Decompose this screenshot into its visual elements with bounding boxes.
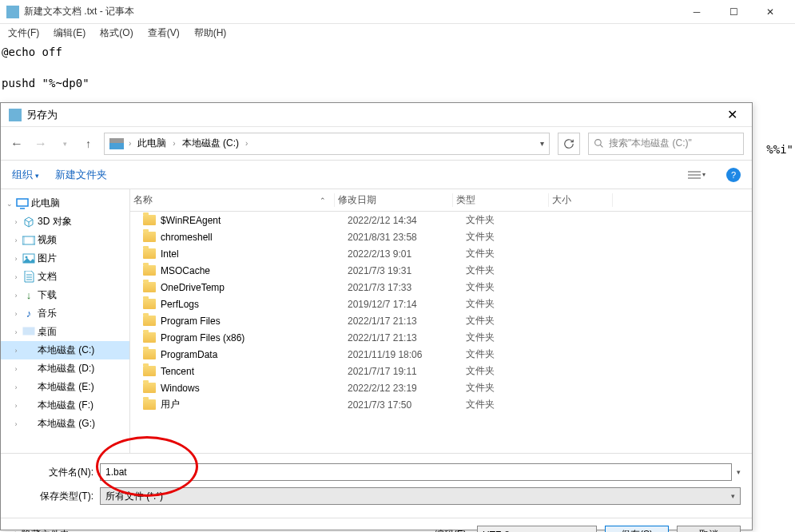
filename-label: 文件名(N):	[12, 466, 100, 479]
sidebar-item[interactable]: ›图片	[1, 249, 129, 268]
chevron-down-icon: ▾	[731, 492, 735, 500]
refresh-button[interactable]	[558, 133, 580, 155]
dialog-close-icon[interactable]: ✕	[720, 107, 744, 122]
sidebar-item-label: 3D 对象	[38, 215, 72, 228]
sidebar-item[interactable]: ›视频	[1, 231, 129, 249]
music-icon: ♪	[22, 308, 35, 320]
expand-icon[interactable]: ›	[12, 236, 20, 244]
chevron-right-icon[interactable]: ›	[245, 139, 248, 148]
svg-rect-15	[23, 328, 34, 335]
folder-icon	[143, 399, 156, 410]
table-row[interactable]: PerfLogs2019/12/7 17:14文件夹	[130, 296, 752, 312]
minimize-button[interactable]: ─	[678, 1, 715, 23]
up-button[interactable]: ↑	[81, 137, 96, 150]
sidebar: ⌄此电脑›3D 对象›视频›图片›文档›↓下载›♪音乐›桌面›本地磁盘 (C:)…	[1, 189, 130, 453]
filename-input[interactable]	[100, 463, 732, 481]
sidebar-item[interactable]: ›本地磁盘 (E:)	[1, 378, 129, 396]
svg-line-1	[600, 145, 602, 147]
table-row[interactable]: Tencent2021/7/17 19:11文件夹	[130, 363, 752, 379]
menu-view[interactable]: 查看(V)	[148, 26, 180, 40]
folder-icon	[143, 383, 156, 393]
table-row[interactable]: $WinREAgent2022/2/12 14:34文件夹	[130, 212, 752, 228]
file-name: Intel	[161, 248, 348, 260]
new-folder-button[interactable]: 新建文件夹	[55, 168, 107, 182]
svg-rect-9	[33, 236, 35, 244]
save-button[interactable]: 保存(S)	[605, 526, 669, 533]
filename-dropdown-icon[interactable]: ▾	[737, 468, 741, 476]
search-icon	[594, 138, 604, 149]
notepad-title: 新建文本文档 .txt - 记事本	[24, 5, 678, 18]
menu-edit[interactable]: 编辑(E)	[54, 26, 85, 40]
expand-icon[interactable]: ›	[12, 365, 20, 373]
search-placeholder: 搜索"本地磁盘 (C:)"	[609, 137, 692, 150]
expand-icon[interactable]: ›	[12, 328, 20, 336]
expand-icon[interactable]: ›	[12, 420, 20, 428]
sidebar-item[interactable]: ›↓下载	[1, 286, 129, 304]
organize-button[interactable]: 组织	[12, 168, 39, 182]
expand-icon[interactable]: ›	[12, 255, 20, 263]
address-dropdown-icon[interactable]: ▾	[540, 139, 544, 148]
address-bar[interactable]: › 此电脑 › 本地磁盘 (C:) › ▾	[104, 133, 550, 155]
expand-icon[interactable]: ›	[12, 347, 20, 355]
expand-icon[interactable]: ⌄	[6, 200, 14, 208]
cancel-button[interactable]: 取消	[677, 526, 741, 533]
folder-icon	[143, 232, 156, 242]
close-button[interactable]: ✕	[752, 1, 789, 23]
expand-icon[interactable]: ›	[12, 310, 20, 318]
sidebar-item[interactable]: ›本地磁盘 (G:)	[1, 415, 129, 433]
svg-rect-5	[17, 199, 28, 206]
recent-dropdown[interactable]: ▾	[57, 140, 73, 148]
view-options-button[interactable]: ▾	[683, 170, 710, 180]
sidebar-item-label: 本地磁盘 (C:)	[38, 343, 94, 357]
menu-format[interactable]: 格式(O)	[100, 26, 133, 40]
chevron-right-icon[interactable]: ›	[173, 139, 175, 148]
sidebar-item[interactable]: ›♪音乐	[1, 304, 129, 323]
table-row[interactable]: ProgramData2021/11/19 18:06文件夹	[130, 346, 752, 363]
expand-icon[interactable]: ›	[12, 402, 20, 410]
search-input[interactable]: 搜索"本地磁盘 (C:)"	[588, 133, 744, 155]
drive-icon	[22, 344, 35, 357]
table-row[interactable]: chromeshell2021/8/31 23:58文件夹	[130, 228, 752, 245]
column-date[interactable]: 修改日期	[335, 193, 453, 207]
table-row[interactable]: Program Files (x86)2022/1/17 21:13文件夹	[130, 329, 752, 346]
column-size[interactable]: 大小	[549, 193, 613, 207]
hide-folders-toggle[interactable]: ⌃ 隐藏文件夹	[12, 528, 70, 532]
file-date: 2021/7/3 17:50	[348, 399, 466, 411]
table-row[interactable]: OneDriveTemp2021/7/3 17:33文件夹	[130, 279, 752, 296]
sidebar-item[interactable]: ›文档	[1, 268, 129, 286]
sidebar-item[interactable]: ›3D 对象	[1, 212, 129, 231]
back-button[interactable]: ←	[9, 137, 25, 151]
sidebar-item[interactable]: ›本地磁盘 (D:)	[1, 359, 129, 378]
file-name: Program Files (x86)	[161, 332, 348, 343]
menu-file[interactable]: 文件(F)	[8, 26, 39, 40]
table-row[interactable]: Windows2022/2/12 23:19文件夹	[130, 379, 752, 396]
expand-icon[interactable]: ›	[12, 218, 20, 226]
svg-point-0	[595, 140, 602, 146]
sidebar-item[interactable]: ›桌面	[1, 323, 129, 341]
column-type[interactable]: 类型	[453, 193, 549, 207]
expand-icon[interactable]: ›	[12, 273, 20, 281]
file-name: MSOCache	[161, 265, 348, 276]
breadcrumb-root[interactable]: 此电脑	[136, 137, 168, 150]
sort-asc-icon: ⌃	[320, 197, 326, 204]
breadcrumb-segment[interactable]: 本地磁盘 (C:)	[181, 137, 240, 150]
column-name[interactable]: 名称⌃	[130, 193, 335, 207]
help-icon[interactable]: ?	[726, 168, 741, 182]
expand-icon[interactable]: ›	[12, 292, 20, 300]
sidebar-item[interactable]: ›本地磁盘 (C:)	[1, 341, 129, 359]
filetype-select[interactable]: 所有文件 (*.*) ▾	[100, 487, 741, 505]
expand-icon[interactable]: ›	[12, 383, 20, 391]
encoding-label: 编码(E):	[435, 528, 469, 532]
chevron-right-icon[interactable]: ›	[129, 139, 131, 148]
forward-button[interactable]: →	[33, 137, 49, 151]
sidebar-item[interactable]: ⌄此电脑	[1, 194, 129, 212]
table-row[interactable]: Intel2022/2/13 9:01文件夹	[130, 245, 752, 262]
folder-icon	[143, 349, 156, 359]
sidebar-item[interactable]: ›本地磁盘 (F:)	[1, 396, 129, 415]
maximize-button[interactable]: ☐	[715, 1, 752, 23]
menu-help[interactable]: 帮助(H)	[194, 26, 227, 40]
table-row[interactable]: Program Files2022/1/17 21:13文件夹	[130, 312, 752, 329]
table-row[interactable]: MSOCache2021/7/3 19:31文件夹	[130, 262, 752, 279]
encoding-select[interactable]: UTF-8 ▾	[477, 526, 597, 533]
table-row[interactable]: 用户2021/7/3 17:50文件夹	[130, 396, 752, 413]
